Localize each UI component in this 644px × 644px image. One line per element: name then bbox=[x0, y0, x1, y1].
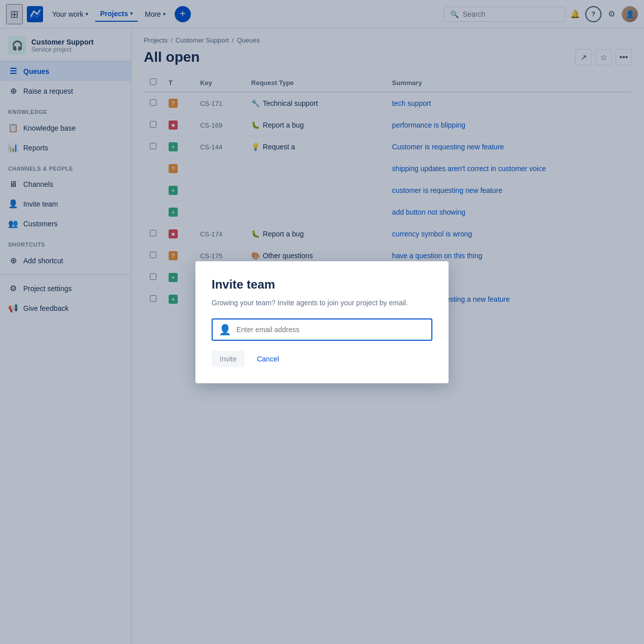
modal-description: Growing your team? Invite agents to join… bbox=[212, 298, 432, 308]
email-input-wrapper: 👤 bbox=[212, 318, 432, 341]
invite-button[interactable]: Invite bbox=[212, 351, 245, 367]
invite-team-modal: Invite team Growing your team? Invite ag… bbox=[195, 261, 449, 383]
email-input[interactable] bbox=[236, 326, 425, 334]
modal-actions: Invite Cancel bbox=[212, 351, 432, 367]
cancel-button[interactable]: Cancel bbox=[249, 351, 287, 367]
person-icon: 👤 bbox=[219, 324, 231, 336]
modal-title: Invite team bbox=[212, 277, 432, 292]
modal-overlay[interactable]: Invite team Growing your team? Invite ag… bbox=[0, 0, 644, 644]
